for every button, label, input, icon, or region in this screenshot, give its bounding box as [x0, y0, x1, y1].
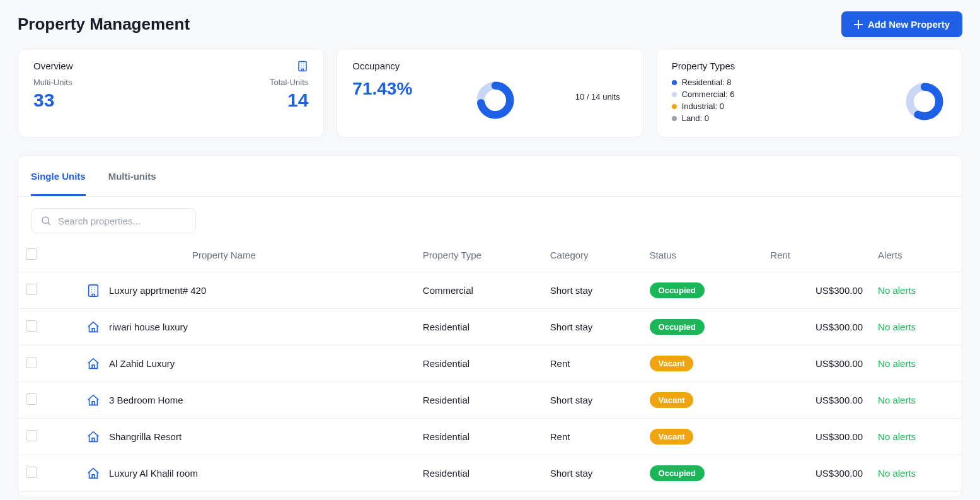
- col-property-name: Property Name: [54, 238, 415, 272]
- property-alerts: No alerts: [878, 358, 916, 369]
- property-category: Short stay: [543, 272, 642, 309]
- property-type: Residential: [415, 309, 543, 346]
- search-input[interactable]: [58, 216, 187, 226]
- house-icon: [86, 467, 100, 480]
- plus-icon: [854, 20, 863, 29]
- occupancy-title: Occupancy: [352, 61, 627, 71]
- property-alerts: No alerts: [878, 468, 916, 479]
- row-checkbox[interactable]: [26, 393, 37, 405]
- table-row[interactable]: riwari house luxuryResidentialShort stay…: [18, 309, 962, 346]
- property-rent: US$300.00: [763, 272, 870, 309]
- multi-units-value: 33: [33, 90, 72, 111]
- status-badge: Vacant: [650, 356, 694, 371]
- property-alerts: No alerts: [878, 431, 916, 442]
- property-type-label: Land: 0: [682, 113, 709, 123]
- legend-dot-icon: [672, 80, 677, 85]
- table-row[interactable]: Al Zahid LuxuryResidentialRentVacantUS$3…: [18, 346, 962, 382]
- occupancy-percent: 71.43%: [352, 79, 412, 99]
- status-badge: Occupied: [650, 319, 705, 335]
- tab-single-units[interactable]: Single Units: [31, 156, 86, 196]
- property-type-label: Commercial: 6: [682, 90, 735, 99]
- property-name: Luxury apprtment# 420: [109, 285, 206, 296]
- occupancy-units: 10 / 14 units: [575, 92, 620, 102]
- house-icon: [86, 430, 100, 444]
- col-property-type: Property Type: [415, 238, 543, 272]
- select-all-checkbox[interactable]: [26, 248, 37, 260]
- row-checkbox[interactable]: [26, 467, 37, 478]
- property-name: 3 Bedroom Home: [109, 395, 183, 405]
- property-type: Residential: [415, 382, 543, 419]
- property-type: Residential: [415, 346, 543, 382]
- status-badge: Occupied: [650, 282, 705, 298]
- property-rent: US$300.00: [763, 346, 870, 382]
- total-units-label: Total-Units: [270, 78, 308, 87]
- status-badge: Vacant: [650, 429, 694, 445]
- property-type: Residential: [415, 455, 543, 492]
- search-icon: [40, 215, 52, 226]
- property-rent: US$300.00: [763, 455, 870, 492]
- row-checkbox[interactable]: [26, 430, 37, 441]
- table-row[interactable]: Shangrilla ResortResidentialRentVacantUS…: [18, 419, 962, 455]
- legend-dot-icon: [672, 116, 677, 121]
- property-types-title: Property Types: [672, 61, 947, 71]
- property-types-donut-icon: [905, 82, 944, 121]
- property-category: Rent: [543, 346, 642, 382]
- search-box: [31, 208, 196, 233]
- summary-cards: Overview Multi-Units 33 Total-Units 14 O…: [18, 49, 962, 137]
- row-checkbox[interactable]: [26, 357, 37, 368]
- property-alerts: No alerts: [878, 322, 916, 332]
- house-icon: [86, 357, 100, 371]
- add-property-label: Add New Property: [868, 19, 950, 30]
- occupancy-donut-icon: [476, 81, 515, 120]
- table-row[interactable]: 3 Bedroom HomeResidentialShort stayVacan…: [18, 382, 962, 419]
- property-types-card: Property Types Residential: 8Commercial:…: [656, 49, 962, 137]
- tabs: Single Units Multi-units: [18, 156, 962, 197]
- property-name: riwari house luxury: [109, 322, 188, 332]
- building-icon: [297, 61, 308, 74]
- house-icon: [86, 393, 100, 407]
- row-checkbox[interactable]: [26, 284, 37, 295]
- property-rent: US$300.00: [763, 309, 870, 346]
- overview-title: Overview: [33, 61, 308, 71]
- property-alerts: No alerts: [878, 285, 916, 296]
- page-header: Property Management Add New Property: [18, 11, 962, 37]
- property-category: Rent: [543, 419, 642, 455]
- svg-point-5: [42, 217, 49, 224]
- property-category: Short stay: [543, 382, 642, 419]
- legend-dot-icon: [672, 92, 677, 97]
- col-rent: Rent: [763, 238, 870, 272]
- multi-units-label: Multi-Units: [33, 78, 72, 87]
- table-row[interactable]: Luxury apprtment# 420CommercialShort sta…: [18, 272, 962, 309]
- property-category: Short stay: [543, 309, 642, 346]
- table-row[interactable]: Luxury Al Khalil roomResidentialShort st…: [18, 455, 962, 492]
- occupancy-card: Occupancy 71.43% 10 / 14 units: [337, 49, 643, 137]
- property-rent: US$300.00: [763, 382, 870, 419]
- property-type-label: Residential: 8: [682, 78, 732, 87]
- table-header-row: Property Name Property Type Category Sta…: [18, 238, 962, 272]
- tab-multi-units[interactable]: Multi-units: [108, 156, 156, 196]
- property-rent: US$300.00: [763, 419, 870, 455]
- property-category: Short stay: [543, 455, 642, 492]
- status-badge: Occupied: [650, 465, 705, 481]
- property-name: Luxury Al Khalil room: [109, 468, 198, 479]
- add-property-button[interactable]: Add New Property: [841, 11, 962, 37]
- col-alerts: Alerts: [870, 238, 962, 272]
- col-status: Status: [642, 238, 763, 272]
- property-alerts: No alerts: [878, 395, 916, 405]
- total-units-value: 14: [287, 90, 308, 111]
- property-type: Residential: [415, 419, 543, 455]
- page-title: Property Management: [18, 15, 190, 34]
- properties-table: Property Name Property Type Category Sta…: [18, 238, 962, 492]
- col-category: Category: [543, 238, 642, 272]
- house-icon: [86, 320, 100, 334]
- property-name: Shangrilla Resort: [109, 431, 182, 442]
- properties-panel: Single Units Multi-units Property Name P…: [18, 155, 962, 497]
- property-name: Al Zahid Luxury: [109, 358, 175, 369]
- building-icon: [86, 284, 100, 298]
- property-type-label: Industrial: 0: [682, 102, 724, 111]
- status-badge: Vacant: [650, 392, 694, 408]
- svg-rect-6: [89, 284, 98, 296]
- row-checkbox[interactable]: [26, 320, 37, 332]
- overview-card: Overview Multi-Units 33 Total-Units 14: [18, 49, 324, 137]
- legend-dot-icon: [672, 104, 677, 109]
